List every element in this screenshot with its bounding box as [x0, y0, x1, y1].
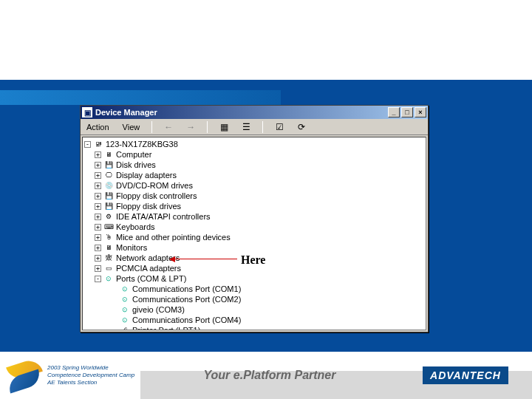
- tree-item[interactable]: +Floppy disk drives: [84, 201, 424, 211]
- callout-line: [174, 259, 237, 259]
- tree-item-label: Floppy disk controllers: [116, 191, 197, 201]
- tree-child[interactable]: Communications Port (COM4): [84, 315, 424, 325]
- expand-toggle[interactable]: +: [95, 255, 101, 262]
- callout-label: Here: [241, 253, 265, 267]
- tree-item[interactable]: +DVD/CD-ROM drives: [84, 180, 424, 191]
- tree-item[interactable]: -Ports (COM & LPT): [84, 273, 424, 284]
- expand-toggle[interactable]: +: [95, 183, 101, 189]
- tree-item-label: PCMCIA adapters: [116, 263, 181, 273]
- floppy-icon: [103, 191, 114, 200]
- tree-child-label: Communications Port (COM4): [132, 315, 241, 325]
- toolbar-button[interactable]: ☰: [239, 120, 253, 134]
- tree-child-label: giveio (COM3): [132, 304, 185, 315]
- device-manager-window: ▣ Device Manager _ □ × Action View ← → ▦…: [80, 105, 429, 332]
- tree-child-label: Communications Port (COM1): [132, 284, 241, 294]
- tree-child[interactable]: Communications Port (COM2): [84, 294, 424, 304]
- expand-toggle[interactable]: -: [95, 276, 101, 282]
- tree-item-label: Disk drives: [116, 160, 156, 170]
- port-icon: [120, 295, 130, 304]
- computer-icon: [93, 140, 103, 149]
- net-icon: [103, 253, 114, 262]
- toolbar: Action View ← → ▦ ☰ ☑ ⟳: [81, 119, 428, 135]
- callout-arrow-icon: [169, 256, 175, 262]
- floppy-icon: [103, 202, 114, 211]
- expand-toggle[interactable]: -: [84, 141, 91, 148]
- expand-toggle[interactable]: +: [95, 151, 101, 158]
- minimize-button[interactable]: _: [388, 107, 400, 117]
- port-icon: [103, 274, 114, 283]
- device-tree[interactable]: -123-NX17Z8KBG38+Computer+Disk drives+Di…: [82, 137, 426, 330]
- tree-item-label: Keyboards: [116, 222, 155, 232]
- ide-icon: [103, 212, 114, 221]
- nav-forward-button[interactable]: →: [183, 120, 198, 134]
- kb-icon: [103, 222, 114, 231]
- maximize-button[interactable]: □: [401, 107, 413, 117]
- titlebar[interactable]: ▣ Device Manager _ □ ×: [81, 106, 428, 119]
- toolbar-button[interactable]: ▦: [216, 120, 231, 134]
- expand-toggle[interactable]: +: [95, 193, 101, 200]
- tree-item[interactable]: +Computer: [84, 149, 424, 160]
- disk-icon: [103, 160, 114, 169]
- tree-item[interactable]: +Mice and other pointing devices: [84, 232, 424, 242]
- computer-icon: [103, 150, 114, 159]
- footer: 2003 Spring Worldwide Competence Develop…: [0, 352, 532, 399]
- expand-toggle[interactable]: +: [95, 214, 101, 220]
- port-icon: [120, 316, 130, 324]
- tree-item[interactable]: +Display adapters: [84, 170, 424, 180]
- port-icon: [120, 305, 130, 314]
- tree-item-label: DVD/CD-ROM drives: [116, 180, 193, 191]
- window-title: Device Manager: [95, 108, 157, 117]
- expand-spacer: [111, 307, 117, 313]
- tagline: Your e.Platform Partner: [140, 352, 399, 399]
- advantech-logo: ADVANTECH: [423, 366, 508, 384]
- expand-toggle[interactable]: +: [95, 162, 101, 168]
- tree-item[interactable]: +Keyboards: [84, 222, 424, 232]
- menu-view[interactable]: View: [120, 121, 143, 133]
- camp-line: AE Talents Section: [47, 379, 134, 386]
- expand-spacer: [111, 286, 117, 293]
- pcmcia-icon: [103, 264, 114, 273]
- tree-item-label: Display adapters: [116, 170, 177, 180]
- refresh-button[interactable]: ⟳: [294, 120, 309, 134]
- expand-toggle[interactable]: +: [95, 224, 101, 231]
- properties-button[interactable]: ☑: [272, 120, 287, 134]
- tree-item-label: Ports (COM & LPT): [116, 273, 186, 284]
- mouse-icon: [103, 233, 114, 242]
- tree-child-label: Communications Port (COM2): [132, 294, 241, 304]
- tree-item[interactable]: +Monitors: [84, 242, 424, 253]
- tree-child[interactable]: Communications Port (COM1): [84, 284, 424, 294]
- tree-item-label: IDE ATA/ATAPI controllers: [116, 211, 211, 222]
- tree-child[interactable]: Printer Port (LPT1): [84, 325, 424, 330]
- tree-root-label: 123-NX17Z8KBG38: [106, 139, 178, 149]
- menu-action[interactable]: Action: [83, 121, 112, 133]
- camp-line: 2003 Spring Worldwide: [47, 364, 134, 372]
- nav-back-button[interactable]: ←: [161, 120, 176, 134]
- swoosh-icon: [6, 358, 44, 393]
- tree-item[interactable]: +Disk drives: [84, 160, 424, 170]
- expand-spacer: [111, 317, 117, 324]
- expand-toggle[interactable]: +: [95, 203, 101, 210]
- app-icon: ▣: [82, 107, 92, 117]
- tree-child-label: Printer Port (LPT1): [132, 325, 200, 330]
- accent-bar: [0, 90, 281, 105]
- cd-icon: [103, 181, 114, 190]
- camp-logo: 2003 Spring Worldwide Competence Develop…: [0, 352, 140, 399]
- tree-item[interactable]: +IDE ATA/ATAPI controllers: [84, 211, 424, 222]
- close-button[interactable]: ×: [415, 107, 426, 117]
- camp-line: Competence Development Camp: [47, 372, 134, 379]
- display-icon: [103, 171, 114, 180]
- expand-spacer: [111, 296, 117, 303]
- expand-toggle[interactable]: +: [95, 172, 101, 179]
- port-icon: [120, 284, 130, 293]
- tree-item[interactable]: +Floppy disk controllers: [84, 191, 424, 201]
- expand-toggle[interactable]: +: [95, 234, 101, 241]
- expand-toggle[interactable]: +: [95, 245, 101, 251]
- tree-item-label: Monitors: [116, 242, 147, 253]
- printer-icon: [120, 326, 130, 330]
- expand-toggle[interactable]: +: [95, 265, 101, 272]
- tree-item-label: Mice and other pointing devices: [116, 232, 231, 242]
- tree-item-label: Floppy disk drives: [116, 201, 181, 211]
- tree-child[interactable]: giveio (COM3): [84, 304, 424, 315]
- monitor-icon: [103, 243, 114, 252]
- tree-root[interactable]: -123-NX17Z8KBG38: [84, 139, 424, 149]
